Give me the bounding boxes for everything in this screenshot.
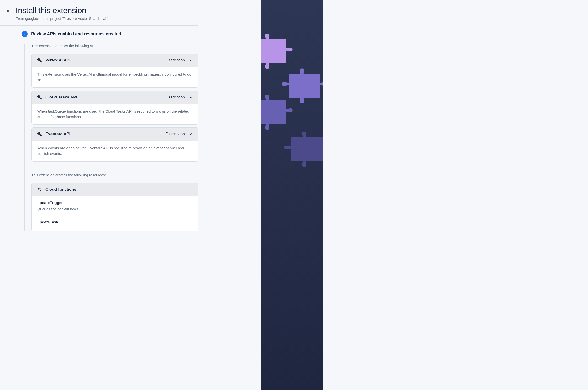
- api-name: Vertex AI API: [46, 58, 70, 63]
- main-content: Install this extension From googlecloud,…: [0, 0, 260, 390]
- puzzle-piece-decoration: [283, 127, 323, 170]
- step-number-badge: 2: [21, 31, 28, 37]
- resources-intro: This extension creates the following res…: [31, 173, 198, 177]
- description-toggle[interactable]: Description: [166, 95, 193, 99]
- apis-intro: This extension enables the following API…: [31, 44, 198, 48]
- step-body: This extension enables the following API…: [24, 44, 198, 231]
- chevron-down-icon: [189, 58, 193, 62]
- function-name: updateTask: [37, 220, 193, 224]
- description-label: Description: [166, 58, 185, 62]
- function-description: Queues the backfill tasks: [37, 207, 193, 211]
- decorative-right-panel: [260, 0, 323, 390]
- api-card-header-left: Vertex AI API: [37, 58, 70, 63]
- resource-name: Cloud functions: [46, 187, 76, 192]
- function-name: updateTrigger: [37, 201, 193, 205]
- api-card-header: Eventarc API Description: [32, 128, 198, 141]
- wrench-icon: [37, 58, 42, 63]
- api-card-header: Vertex AI API Description: [32, 54, 198, 67]
- page-header: Install this extension From googlecloud,…: [0, 6, 198, 26]
- api-card-cloud-tasks: Cloud Tasks API Description When taskQue…: [31, 91, 198, 125]
- api-card-header: Cloud Tasks API Description: [32, 91, 198, 104]
- description-label: Description: [166, 132, 185, 136]
- close-icon: [6, 9, 10, 13]
- close-button[interactable]: [4, 7, 12, 15]
- function-item: updateTask: [37, 220, 193, 224]
- api-card-header-left: Cloud Tasks API: [37, 95, 77, 100]
- wrench-icon: [37, 95, 42, 100]
- api-name: Cloud Tasks API: [46, 95, 77, 100]
- api-card-body: This extension uses the Vertex AI multim…: [32, 67, 198, 88]
- page-subtitle: From googlecloud, in project 'Firestore …: [16, 16, 198, 21]
- resource-card-header: Cloud functions: [32, 183, 198, 196]
- function-item: updateTrigger Queues the backfill tasks: [37, 201, 193, 216]
- api-description: When taskQueue functions are used, the C…: [37, 108, 193, 120]
- api-description: This extension uses the Vertex AI multim…: [37, 71, 193, 83]
- page-title: Install this extension: [16, 6, 198, 15]
- api-card-eventarc: Eventarc API Description When events are…: [31, 127, 198, 161]
- api-card-vertex-ai: Vertex AI API Description This extension…: [31, 53, 198, 88]
- api-description: When events are enabled, the Eventarc AP…: [37, 145, 193, 156]
- step-title: Review APIs enabled and resources create…: [31, 32, 121, 37]
- wrench-icon: [37, 131, 42, 137]
- api-card-body: When events are enabled, the Eventarc AP…: [32, 141, 198, 161]
- step-container: 2 Review APIs enabled and resources crea…: [21, 31, 198, 231]
- description-label: Description: [166, 95, 185, 99]
- chevron-down-icon: [189, 132, 193, 136]
- api-name: Eventarc API: [46, 132, 70, 137]
- resources-section: This extension creates the following res…: [31, 173, 198, 231]
- description-toggle[interactable]: Description: [166, 58, 193, 62]
- description-toggle[interactable]: Description: [166, 132, 193, 136]
- api-card-header-left: Eventarc API: [37, 131, 70, 137]
- resource-card-cloud-functions: Cloud functions updateTrigger Queues the…: [31, 183, 198, 231]
- resource-card-body: updateTrigger Queues the backfill tasks …: [32, 196, 198, 231]
- sparkle-icon: [37, 187, 42, 192]
- api-card-body: When taskQueue functions are used, the C…: [32, 104, 198, 125]
- step-body-inner: This extension enables the following API…: [25, 44, 198, 231]
- step-header: 2 Review APIs enabled and resources crea…: [21, 31, 198, 37]
- puzzle-piece-decoration: [260, 90, 299, 133]
- chevron-down-icon: [189, 95, 193, 99]
